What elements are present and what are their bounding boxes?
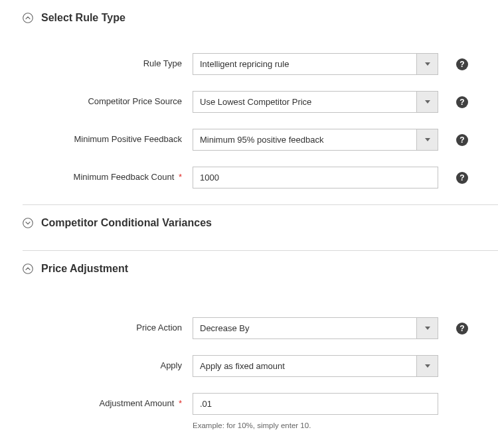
required-asterisk: *: [179, 172, 182, 182]
required-asterisk: *: [179, 398, 182, 408]
label-adjustment-amount-text: Adjustment Amount: [100, 398, 175, 408]
row-apply: Apply Apply as fixed amount: [23, 355, 475, 377]
help-icon[interactable]: ?: [456, 58, 468, 70]
svg-point-1: [23, 218, 33, 228]
section-title: Select Rule Type: [41, 12, 125, 24]
row-price-action: Price Action Decrease By ?: [23, 317, 475, 339]
label-min-feedback-count-text: Minimum Feedback Count: [74, 172, 175, 182]
adjustment-amount-note: Example: for 10%, simply enter 10.: [193, 420, 311, 429]
row-min-positive-feedback: Minimum Positive Feedback Minimum 95% po…: [23, 129, 475, 151]
row-min-feedback-count: Minimum Feedback Count * ?: [23, 167, 475, 188]
select-price-action-value: Decrease By: [193, 323, 416, 333]
section-price-adjustment-header[interactable]: Price Adjustment: [0, 259, 498, 284]
form-rows-price-adjustment: Price Action Decrease By ? Apply Apply a…: [0, 284, 498, 429]
chevron-up-icon: [23, 13, 33, 23]
label-min-positive-feedback: Minimum Positive Feedback: [23, 134, 193, 145]
help-icon[interactable]: ?: [456, 96, 468, 108]
chevron-up-icon: [23, 263, 33, 274]
svg-point-0: [23, 13, 33, 23]
select-apply[interactable]: Apply as fixed amount: [193, 355, 438, 377]
section-title: Competitor Conditional Variances: [41, 217, 212, 229]
label-rule-type: Rule Type: [23, 58, 193, 70]
chevron-down-icon: [23, 218, 33, 228]
select-rule-type-value: Intelligent repricing rule: [193, 59, 416, 69]
label-apply: Apply: [23, 360, 193, 372]
section-competitor-variances: Competitor Conditional Variances: [0, 205, 498, 251]
row-adjustment-amount: Adjustment Amount *: [23, 393, 475, 415]
chevron-down-icon[interactable]: [416, 318, 438, 338]
label-adjustment-amount: Adjustment Amount *: [23, 398, 193, 410]
row-adjustment-amount-note: Example: for 10%, simply enter 10.: [23, 420, 475, 429]
label-competitor-price-source: Competitor Price Source: [23, 96, 193, 108]
input-min-feedback-count[interactable]: [193, 167, 438, 188]
select-apply-value: Apply as fixed amount: [193, 361, 416, 371]
chevron-down-icon[interactable]: [416, 129, 438, 150]
select-min-positive-feedback-value: Minimum 95% positive feedback: [193, 135, 416, 145]
chevron-down-icon[interactable]: [416, 92, 438, 112]
help-icon[interactable]: ?: [456, 172, 468, 184]
help-icon[interactable]: ?: [456, 134, 468, 146]
form-rows-select-rule-type: Rule Type Intelligent repricing rule ? C…: [0, 33, 498, 188]
section-price-adjustment: Price Adjustment Price Action Decrease B…: [0, 251, 498, 429]
help-icon[interactable]: ?: [456, 323, 468, 335]
chevron-down-icon[interactable]: [416, 54, 438, 74]
row-rule-type: Rule Type Intelligent repricing rule ?: [23, 53, 475, 75]
select-competitor-price-source-value: Use Lowest Competitor Price: [193, 97, 416, 107]
select-rule-type[interactable]: Intelligent repricing rule: [193, 53, 438, 75]
section-competitor-variances-header[interactable]: Competitor Conditional Variances: [0, 213, 498, 238]
svg-point-2: [23, 264, 33, 274]
section-title: Price Adjustment: [41, 263, 128, 275]
section-select-rule-type-header[interactable]: Select Rule Type: [0, 8, 498, 33]
label-price-action: Price Action: [23, 323, 193, 334]
label-min-feedback-count: Minimum Feedback Count *: [23, 172, 193, 183]
select-price-action[interactable]: Decrease By: [193, 317, 438, 339]
section-select-rule-type: Select Rule Type Rule Type Intelligent r…: [0, 0, 498, 205]
select-min-positive-feedback[interactable]: Minimum 95% positive feedback: [193, 129, 438, 151]
select-competitor-price-source[interactable]: Use Lowest Competitor Price: [193, 91, 438, 113]
row-competitor-price-source: Competitor Price Source Use Lowest Compe…: [23, 91, 475, 113]
chevron-down-icon[interactable]: [416, 356, 438, 376]
input-adjustment-amount[interactable]: [193, 393, 438, 415]
